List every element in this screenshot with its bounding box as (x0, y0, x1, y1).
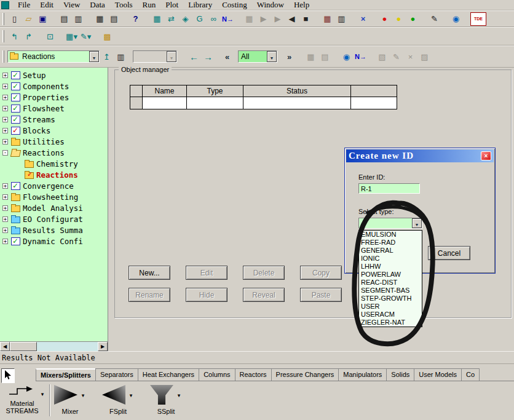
tree-expander[interactable]: + (2, 183, 8, 189)
model-mixer[interactable]: Mixer (54, 383, 86, 415)
type-option[interactable]: USERACM (359, 311, 422, 319)
type-option[interactable]: STEP-GROWTH (359, 295, 422, 303)
print-preview-button[interactable]: ▥ (71, 12, 85, 26)
plot-wizard-button[interactable]: ✎ (427, 12, 441, 26)
copy-button[interactable]: ▦ (93, 12, 107, 26)
edit-object-button[interactable]: ✎ (389, 50, 403, 63)
model-ssplit[interactable]: SSplit (150, 383, 182, 415)
tab-user-models[interactable]: User Models (414, 368, 462, 381)
reinitialize-button[interactable]: ◀ (285, 12, 299, 26)
zoom-select-button[interactable]: ⊡ (43, 30, 57, 43)
tab-truncated[interactable]: Co (461, 368, 480, 381)
tree-item-results-summary[interactable]: + Results Summa (0, 224, 108, 236)
model-material-streams[interactable]: Material STREAMS (2, 384, 42, 414)
print-button[interactable]: ▤ (57, 12, 71, 26)
stop-button[interactable]: ■ (299, 12, 313, 26)
compare-button[interactable]: ▧ (375, 50, 389, 63)
tree-item-dynamic-configuration[interactable]: + Dynamic Confi (0, 236, 108, 247)
dropdown-arrow[interactable] (39, 389, 45, 398)
palette-grid-button[interactable]: ▩ (100, 30, 114, 43)
insert-block-button[interactable]: ◈ (178, 12, 192, 26)
menu-view[interactable]: View (58, 0, 85, 10)
tab-solids[interactable]: Solids (386, 368, 414, 381)
tab-separators[interactable]: Separators (95, 368, 138, 381)
tree-expander[interactable]: + (2, 194, 8, 200)
tree-item-flowsheeting[interactable]: + Flowsheeting (0, 191, 108, 202)
tree-expander[interactable]: + (2, 205, 8, 211)
menu-window[interactable]: Window (252, 0, 289, 10)
tree-expander[interactable]: + (2, 106, 8, 111)
model-fsplit[interactable]: FSplit (102, 383, 134, 415)
dialog-titlebar[interactable]: Create new ID × (346, 149, 494, 162)
type-option[interactable]: IONIC (359, 255, 422, 263)
copy-button[interactable]: Copy (300, 266, 342, 280)
analysis-globe-button[interactable]: ◉ (339, 50, 354, 63)
tree-expander[interactable]: + (2, 139, 8, 145)
tab-manipulators[interactable]: Manipulators (338, 368, 387, 381)
menu-data[interactable]: Data (85, 0, 110, 10)
toolbar-grip[interactable] (2, 30, 4, 42)
save-button[interactable]: ▣ (36, 12, 50, 26)
menu-library[interactable]: Library (183, 0, 217, 10)
view-glasses-button[interactable]: ∞ (207, 12, 221, 26)
tab-mixers-splitters[interactable]: Mixers/Splitters (36, 368, 96, 381)
scroll-left-button[interactable] (0, 342, 10, 351)
flowsheet-section-button[interactable]: ▦ (150, 12, 164, 26)
toolbar-grip[interactable] (2, 13, 4, 25)
tree-item-eo-configuration[interactable]: + EO Configurat (0, 213, 108, 224)
view-columns-button[interactable]: ▥ (114, 50, 128, 63)
status-cell[interactable] (243, 97, 351, 109)
new-document-button[interactable]: ▯ (7, 12, 22, 26)
edit-button[interactable]: Edit (186, 266, 227, 280)
tree-item-components[interactable]: + Components (0, 81, 108, 92)
tree-item-setup[interactable]: + Setup (0, 69, 108, 81)
toolbar-grip[interactable] (2, 50, 4, 63)
id-input[interactable] (358, 183, 420, 194)
help-pointer-button[interactable]: ? (128, 12, 143, 26)
type-combo-arrow[interactable] (412, 218, 422, 228)
tree-horizontal-scrollbar[interactable] (0, 341, 108, 351)
hide-object-button[interactable]: ▨ (417, 50, 432, 63)
clone-object-button[interactable]: ▦ (304, 50, 318, 63)
cancel-button[interactable]: Cancel (428, 246, 470, 260)
global-data-button[interactable]: G (192, 12, 207, 26)
forward-button[interactable]: → (201, 50, 215, 63)
tree-item-streams[interactable]: + Streams (0, 114, 108, 125)
dropdown-arrow[interactable] (80, 390, 86, 399)
view-options-button[interactable]: ▦▾ (65, 30, 79, 43)
type-option[interactable]: ZIEGLER-NAT (359, 319, 422, 327)
tree-item-properties[interactable]: + Properties (0, 92, 108, 103)
next-input-browser-button[interactable]: N→ (354, 50, 368, 63)
tree-item-flowsheet[interactable]: + Flowsheet (0, 103, 108, 114)
status-red-icon[interactable]: ● (378, 12, 392, 26)
rename-button[interactable]: Rename (128, 288, 170, 302)
annotate-button[interactable]: ✎▾ (79, 30, 93, 43)
stream-table-button[interactable]: ▥ (334, 12, 349, 26)
tree-item-convergence[interactable]: + Convergence (0, 180, 108, 191)
row-selector-cell[interactable] (130, 97, 143, 109)
type-option[interactable]: LHHW (359, 263, 422, 271)
context-combo-arrow[interactable] (89, 51, 99, 62)
first-object-button[interactable]: « (220, 50, 234, 63)
tree-item-chemistry[interactable]: Chemistry (0, 158, 108, 169)
redo-arrow-button[interactable]: ↱ (22, 30, 36, 43)
open-file-button[interactable]: ▱ (22, 12, 36, 26)
tree-item-reactions-child[interactable]: Reactions (0, 169, 108, 180)
name-cell[interactable] (143, 97, 187, 109)
type-option[interactable]: FREE-RAD (359, 239, 422, 247)
tab-pressure-changers[interactable]: Pressure Changers (271, 368, 339, 381)
status-yellow-icon[interactable]: ● (392, 12, 406, 26)
step-button[interactable]: ▶ (271, 12, 285, 26)
tree-expander[interactable]: + (2, 216, 8, 222)
hide-button[interactable]: Hide (186, 288, 227, 302)
select-mode-button[interactable] (1, 368, 15, 383)
tree-expander[interactable]: + (2, 73, 8, 78)
clear-messages-button[interactable]: × (356, 12, 370, 26)
context-combo[interactable]: Reactions (7, 50, 100, 63)
new-button[interactable]: New... (128, 266, 170, 280)
tree-expander[interactable]: + (2, 95, 8, 100)
tree-expander[interactable]: + (2, 128, 8, 133)
menu-edit[interactable]: Edit (35, 0, 58, 10)
status-green-icon[interactable]: ● (406, 12, 420, 26)
tde-button[interactable]: TDE (470, 12, 486, 26)
